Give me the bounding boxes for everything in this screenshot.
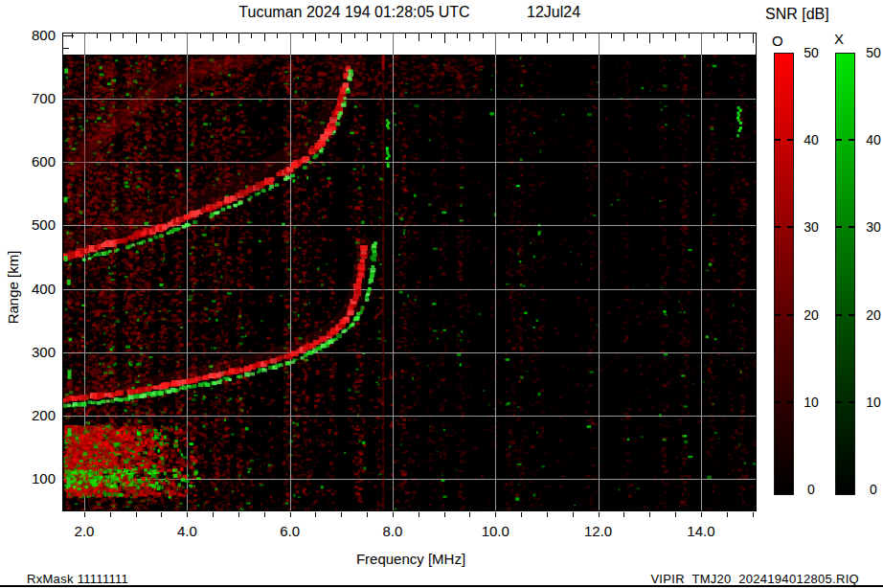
top-axis-tick bbox=[559, 34, 560, 38]
top-axis-tick bbox=[689, 34, 690, 38]
bottom-axis-tick bbox=[495, 512, 496, 517]
colorbar-tick-dash bbox=[836, 139, 854, 141]
chart-date: 12Jul24 bbox=[527, 4, 580, 21]
colorbar-tick-dash bbox=[836, 226, 854, 228]
x-tick-label: 4.0 bbox=[177, 523, 197, 539]
y-tick-label: 500 bbox=[10, 216, 56, 233]
top-axis-tick bbox=[238, 34, 239, 43]
bottom-axis-tick bbox=[213, 512, 214, 517]
top-axis-tick bbox=[675, 34, 676, 41]
colorbar-tick-dash bbox=[836, 314, 854, 316]
colorbar-tick-dash bbox=[775, 226, 793, 228]
colorbar-o-gradient bbox=[774, 53, 794, 495]
top-axis-tick bbox=[277, 34, 278, 38]
top-axis-tick bbox=[457, 34, 458, 38]
top-axis-tick bbox=[649, 34, 650, 43]
y-axis-title: Range [km] bbox=[5, 251, 21, 325]
top-axis-tick bbox=[611, 34, 612, 38]
colorbar-tick-label: 20 bbox=[859, 307, 883, 323]
top-axis-tick bbox=[213, 34, 214, 41]
top-axis-tick bbox=[226, 34, 227, 38]
top-axis-tick bbox=[315, 34, 316, 41]
colorbar-tick-label: 10 bbox=[859, 395, 883, 410]
x-tick-label: 2.0 bbox=[75, 523, 95, 539]
top-axis-tick bbox=[123, 34, 124, 38]
bottom-axis-tick bbox=[753, 512, 754, 517]
top-axis-tick bbox=[663, 34, 664, 38]
colorbar-tick-label: 50 bbox=[859, 45, 883, 60]
bottom-axis-tick bbox=[110, 512, 111, 517]
grid-gap-line bbox=[84, 34, 85, 55]
top-axis-tick bbox=[585, 34, 586, 38]
top-axis-tick bbox=[354, 34, 355, 38]
bottom-axis-tick bbox=[393, 512, 394, 517]
bottom-axis-tick bbox=[84, 512, 85, 517]
colorbar-tick-label: 50 bbox=[797, 45, 826, 60]
colorbar-o-mode-label: O bbox=[772, 33, 783, 49]
bottom-axis-tick bbox=[521, 512, 522, 517]
grid-gap-line bbox=[393, 34, 394, 55]
colorbar-tick-label: 20 bbox=[797, 307, 826, 323]
top-axis-tick bbox=[739, 34, 740, 38]
colorbar-tick-label: 30 bbox=[859, 219, 883, 235]
y-tick-label: 300 bbox=[10, 344, 56, 360]
top-axis-tick bbox=[534, 34, 535, 38]
top-axis-tick bbox=[753, 34, 754, 43]
bottom-axis-tick bbox=[187, 512, 188, 517]
colorbar-tick-label: 30 bbox=[797, 219, 826, 235]
colorbar-tick-label: 0 bbox=[797, 482, 826, 497]
bottom-axis-tick bbox=[341, 512, 342, 517]
left-axis-tick bbox=[63, 35, 74, 36]
grid-gap-line bbox=[495, 34, 496, 55]
bottom-axis-tick bbox=[264, 512, 265, 517]
left-axis-tick bbox=[63, 48, 69, 49]
bottom-axis-tick bbox=[623, 512, 624, 517]
bottom-axis-tick bbox=[701, 512, 702, 517]
top-axis-tick bbox=[419, 34, 419, 41]
colorbar-tick-label: 0 bbox=[859, 482, 883, 497]
bottom-axis-tick bbox=[649, 512, 650, 517]
bottom-axis-tick bbox=[727, 512, 728, 517]
x-tick-label: 6.0 bbox=[280, 523, 300, 539]
top-axis-tick bbox=[110, 34, 111, 41]
top-axis-tick bbox=[200, 34, 201, 38]
bottom-rule bbox=[0, 585, 883, 587]
grid-gap-line bbox=[187, 34, 188, 55]
top-axis-tick bbox=[713, 34, 714, 38]
colorbar-tick-dash bbox=[775, 401, 793, 403]
top-axis-tick bbox=[174, 34, 175, 38]
top-axis-tick bbox=[367, 34, 368, 41]
chart-title: Tucuman 2024 194 01:28:05 UTC bbox=[238, 4, 469, 21]
top-axis-tick bbox=[521, 34, 522, 41]
y-tick-label: 700 bbox=[10, 90, 56, 106]
grid-gap-line bbox=[290, 34, 291, 55]
bottom-axis-tick bbox=[238, 512, 239, 517]
bottom-axis-tick bbox=[599, 512, 600, 517]
colorbar-title: SNR [dB] bbox=[765, 6, 829, 23]
bottom-axis-tick bbox=[161, 512, 162, 517]
bottom-axis-tick bbox=[573, 512, 574, 517]
top-axis-tick bbox=[483, 34, 484, 38]
bottom-axis-tick bbox=[444, 512, 445, 517]
bottom-axis-tick bbox=[315, 512, 316, 517]
top-axis-tick bbox=[341, 34, 342, 43]
top-axis-tick bbox=[328, 34, 329, 38]
top-axis-tick bbox=[431, 34, 432, 38]
x-tick-label: 12.0 bbox=[584, 523, 612, 539]
y-tick-label: 800 bbox=[10, 27, 56, 43]
rxmask-label: RxMask 11111111 bbox=[27, 572, 128, 586]
colorbar-tick-dash bbox=[836, 401, 854, 403]
top-axis-tick bbox=[251, 34, 252, 38]
bottom-axis-tick bbox=[675, 512, 676, 517]
x-tick-label: 8.0 bbox=[383, 523, 403, 539]
top-axis-tick bbox=[469, 34, 470, 41]
x-axis-title: Frequency [MHz] bbox=[356, 551, 465, 567]
top-axis-tick bbox=[573, 34, 574, 41]
x-tick-label: 10.0 bbox=[482, 523, 509, 539]
top-axis-tick bbox=[303, 34, 304, 38]
top-axis-tick bbox=[264, 34, 265, 41]
bottom-axis-tick bbox=[547, 512, 548, 517]
top-axis-tick bbox=[405, 34, 406, 38]
bottom-axis-tick bbox=[419, 512, 419, 517]
colorbar-x-gradient bbox=[835, 53, 855, 495]
